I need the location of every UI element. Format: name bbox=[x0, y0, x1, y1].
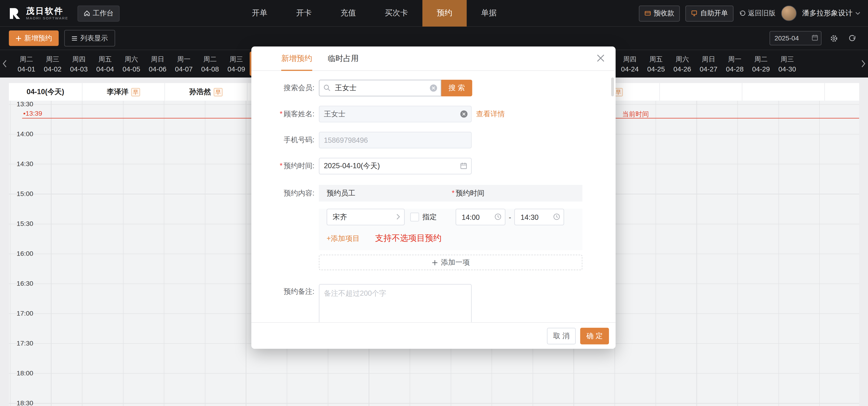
time-label: 14:00 bbox=[17, 130, 33, 160]
calendar-day[interactable]: 周六 04-26 bbox=[669, 52, 695, 76]
day-date: 04-29 bbox=[752, 65, 770, 73]
calendar-day[interactable]: 周日 04-06 bbox=[144, 52, 170, 76]
topbar-right: 预收款 自助开单 返回旧版 潘多拉形象设计 bbox=[639, 5, 860, 22]
day-date: 04-04 bbox=[96, 65, 114, 73]
list-view-button[interactable]: 列表显示 bbox=[64, 30, 115, 46]
staff-column-header[interactable] bbox=[742, 83, 825, 101]
close-icon[interactable] bbox=[597, 54, 606, 63]
list-view-label: 列表显示 bbox=[80, 33, 108, 43]
nav-item[interactable]: 预约 bbox=[422, 0, 467, 27]
day-weekday: 周日 bbox=[151, 55, 164, 64]
time-label: 16:30 bbox=[17, 280, 33, 310]
modal-body: 搜索会员: 搜 索 *顾客姓名: 查看详情 手机号码: bbox=[251, 71, 616, 322]
workbench-button[interactable]: 工作台 bbox=[77, 5, 120, 22]
back-to-old-link[interactable]: 返回旧版 bbox=[739, 9, 775, 18]
add-item-label: 添加一项 bbox=[441, 257, 470, 268]
new-booking-button[interactable]: 新增预约 bbox=[9, 30, 59, 46]
app-logo: 茂日软件 MAORI SOFTWARE bbox=[8, 6, 68, 21]
month-picker[interactable] bbox=[769, 31, 822, 45]
settings-button[interactable] bbox=[827, 32, 840, 45]
calendar-icon bbox=[460, 162, 467, 169]
confirm-button[interactable]: 确 定 bbox=[580, 327, 609, 344]
day-weekday: 周六 bbox=[676, 55, 689, 64]
booking-content-table: 预约员工 *预约时间 指定 bbox=[319, 185, 582, 250]
calendar-day[interactable]: 周二 04-01 bbox=[13, 52, 39, 76]
day-date: 04-06 bbox=[149, 65, 166, 73]
calendar-day[interactable]: 周三 04-30 bbox=[774, 52, 800, 76]
phone-label: 手机号码: bbox=[251, 135, 319, 145]
clear-icon[interactable] bbox=[430, 84, 437, 92]
precharge-label: 预收款 bbox=[654, 9, 674, 18]
day-weekday: 周一 bbox=[728, 55, 741, 64]
logo-subtitle: MAORI SOFTWARE bbox=[26, 16, 68, 20]
day-date: 04-02 bbox=[44, 65, 61, 73]
phone-field bbox=[319, 132, 472, 148]
nav-item[interactable]: 单据 bbox=[467, 0, 511, 27]
calendar-day[interactable]: 周日 04-27 bbox=[695, 52, 721, 76]
calendar-day[interactable]: 周三 04-02 bbox=[39, 52, 66, 76]
prev-days-button[interactable] bbox=[0, 50, 9, 77]
staff-select[interactable] bbox=[327, 209, 405, 225]
time-label: 17:00 bbox=[17, 310, 33, 339]
calendar-day[interactable]: 周四 04-03 bbox=[66, 52, 92, 76]
calendar-day[interactable]: 周五 04-25 bbox=[643, 52, 669, 76]
remark-label: 预约备注: bbox=[251, 287, 319, 297]
calendar-day[interactable]: 周六 04-05 bbox=[118, 52, 144, 76]
shift-badge: 早 bbox=[131, 88, 140, 96]
view-detail-link[interactable]: 查看详情 bbox=[476, 109, 505, 119]
day-date: 04-05 bbox=[122, 65, 140, 73]
nav-item[interactable]: 充值 bbox=[326, 0, 370, 27]
assign-label: 指定 bbox=[422, 212, 437, 222]
calendar-day[interactable]: 周二 04-08 bbox=[197, 52, 223, 76]
assign-checkbox[interactable] bbox=[410, 213, 419, 221]
calendar-day[interactable]: 周一 04-28 bbox=[721, 52, 748, 76]
nav-item[interactable]: 开卡 bbox=[282, 0, 326, 27]
modal-tab[interactable]: 临时占用 bbox=[328, 46, 359, 70]
staff-column-header[interactable]: 李泽洋 早 bbox=[83, 83, 165, 101]
calendar-day[interactable]: 周四 04-24 bbox=[617, 52, 643, 76]
booking-date-input[interactable] bbox=[319, 158, 472, 174]
booking-modal: 新增预约 临时占用 搜索会员: 搜 索 *顾客姓名: bbox=[251, 46, 616, 349]
next-days-button[interactable] bbox=[859, 50, 868, 77]
booking-item-row: 指定 - bbox=[327, 209, 582, 225]
schedule-date-header: 04-10(今天) bbox=[9, 83, 83, 101]
member-search-input[interactable] bbox=[319, 80, 441, 96]
avatar[interactable] bbox=[781, 6, 797, 21]
kiosk-icon bbox=[691, 10, 698, 17]
add-project-row: +添加项目 支持不选项目预约 bbox=[327, 233, 582, 244]
cancel-button[interactable]: 取 消 bbox=[547, 327, 576, 344]
account-menu[interactable]: 潘多拉形象设计 bbox=[802, 8, 860, 19]
calendar-day[interactable]: 周一 04-07 bbox=[171, 52, 197, 76]
clear-icon[interactable] bbox=[460, 110, 468, 118]
modal-tab[interactable]: 新增预约 bbox=[281, 46, 312, 70]
phone-input[interactable] bbox=[319, 132, 472, 148]
add-project-link[interactable]: +添加项目 bbox=[327, 233, 360, 243]
current-time-caption: 当前时间 bbox=[622, 110, 649, 119]
refresh-button[interactable] bbox=[846, 32, 859, 45]
start-time-field bbox=[456, 209, 505, 225]
customer-name-input[interactable] bbox=[319, 106, 472, 122]
day-date: 04-27 bbox=[700, 65, 717, 73]
calendar-day[interactable]: 周二 04-29 bbox=[748, 52, 774, 76]
calendar-day[interactable]: 周三 04-09 bbox=[223, 52, 249, 76]
remark-textarea[interactable] bbox=[319, 284, 472, 322]
add-item-button[interactable]: 添加一项 bbox=[319, 255, 582, 270]
self-order-button[interactable]: 自助开单 bbox=[685, 5, 734, 22]
nav-item[interactable]: 开单 bbox=[238, 0, 282, 27]
staff-column-header[interactable]: 孙浩然 早 bbox=[165, 83, 247, 101]
modal-scrollbar[interactable] bbox=[611, 77, 614, 96]
calendar-day[interactable]: 周五 04-04 bbox=[92, 52, 118, 76]
staff-column-header[interactable] bbox=[660, 83, 742, 101]
card-icon bbox=[644, 10, 651, 17]
precharge-button[interactable]: 预收款 bbox=[639, 5, 680, 22]
new-booking-label: 新增预约 bbox=[24, 33, 52, 43]
required-mark: * bbox=[452, 189, 455, 197]
modal-tabs: 新增预约 临时占用 bbox=[251, 46, 616, 71]
list-icon bbox=[71, 35, 78, 41]
nav-item[interactable]: 买次卡 bbox=[370, 0, 423, 27]
search-button[interactable]: 搜 索 bbox=[441, 80, 472, 96]
required-mark: * bbox=[280, 110, 283, 118]
time-label: 15:30 bbox=[17, 220, 33, 250]
day-weekday: 周五 bbox=[649, 55, 663, 64]
staff-select-input[interactable] bbox=[327, 209, 405, 225]
